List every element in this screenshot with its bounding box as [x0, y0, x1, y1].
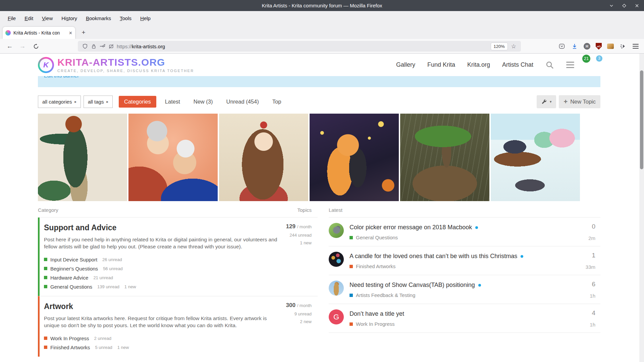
zoom-level-button[interactable]: 120% [491, 43, 508, 50]
notification-badge-green[interactable]: 21 [582, 55, 590, 63]
category-filter-dropdown[interactable]: all categories ▸ [38, 96, 81, 108]
bookmark-star-icon[interactable]: ☆ [511, 43, 516, 50]
ublock-origin-icon[interactable]: uO [596, 43, 602, 50]
topic-title[interactable]: Don’t have a title yet [350, 309, 524, 318]
category-title[interactable]: Support and Advice [44, 223, 318, 232]
nav-gallery[interactable]: Gallery [396, 61, 415, 68]
topic-avatar[interactable] [329, 252, 344, 267]
admin-wrench-button[interactable]: ▾ [537, 95, 556, 108]
reload-icon[interactable] [31, 41, 41, 51]
banner-artwork-2[interactable] [128, 114, 218, 201]
reply-count[interactable]: 6 [577, 281, 595, 288]
lock-icon[interactable] [89, 42, 98, 51]
topic-row[interactable]: Color picker error message on 2018 Macbo… [329, 218, 600, 246]
topic-avatar[interactable] [329, 223, 344, 238]
topic-activity-time[interactable]: 1h [577, 322, 595, 327]
topic-activity-time[interactable]: 33m [577, 264, 595, 270]
unread-dot-icon [478, 284, 481, 287]
back-icon[interactable]: ← [5, 41, 15, 51]
unread-count[interactable]: 244 unread [286, 233, 312, 238]
tracking-shield-icon[interactable] [80, 42, 89, 51]
new-topic-button[interactable]: + New Topic [559, 95, 600, 108]
scrollbar-thumb[interactable] [640, 70, 643, 169]
banner-artwork-6[interactable] [491, 114, 580, 201]
topic-row[interactable]: G Don’t have a title yet Work In Progres… [329, 304, 600, 333]
tab-close-icon[interactable]: ✕ [69, 31, 72, 36]
category-color-square [44, 337, 47, 340]
topic-activity-time[interactable]: 1h [577, 293, 595, 299]
subcategory-general-questions[interactable]: General Questions 139 unread 1 new [44, 282, 318, 291]
minimize-icon[interactable] [608, 3, 614, 9]
reply-count[interactable]: 4 [577, 309, 595, 317]
tab-unread[interactable]: Unread (454) [222, 96, 264, 108]
banner-artwork-4[interactable] [310, 114, 399, 201]
topic-row[interactable]: A candle for the loved ones that can’t b… [329, 246, 600, 275]
extension-dots-arrow-icon[interactable] [619, 43, 627, 50]
new-count[interactable]: 2 new [286, 319, 312, 324]
user-avatar[interactable]: 21 3 [586, 58, 600, 72]
nav-fund-krita[interactable]: Fund Krita [427, 61, 455, 68]
category-row-support-and-advice[interactable]: Support and Advice 129 / month 244 unrea… [38, 218, 318, 296]
tab-categories[interactable]: Categories [119, 96, 156, 108]
permissions-icon[interactable] [98, 42, 107, 51]
topic-category[interactable]: Artists Feedback & Testing [350, 292, 577, 298]
blocked-content-icon[interactable] [107, 42, 115, 51]
profile-h-icon[interactable]: H [584, 43, 590, 50]
banner-artwork-5[interactable] [400, 114, 489, 201]
site-logo-icon[interactable]: K [38, 57, 54, 73]
unread-count[interactable]: 9 unread [286, 311, 312, 316]
subcategory-hardware-advice[interactable]: Hardware Advice 21 unread [44, 273, 318, 282]
site-logo-text[interactable]: KRITA-ARTISTS.ORG CREATE, DEVELOP, SHARE… [57, 57, 194, 73]
scrollbar-track[interactable] [639, 54, 644, 362]
menu-bookmarks[interactable]: Bookmarks [82, 14, 115, 23]
tag-filter-dropdown[interactable]: all tags ▸ [84, 96, 113, 108]
edit-banner-link[interactable]: Edit this banner [44, 76, 79, 78]
pocket-icon[interactable] [558, 43, 566, 50]
category-description: Post your latest Krita artworks here. Re… [44, 315, 279, 329]
topic-category[interactable]: General Questions [350, 235, 577, 240]
url-bar[interactable]: https://krita-artists.org 120% ☆ [78, 41, 521, 52]
tab-new[interactable]: New (3) [189, 96, 218, 108]
menu-view[interactable]: View [38, 14, 57, 23]
topic-row[interactable]: Need testing of Show Canvas(TAB) positio… [329, 275, 600, 304]
menu-hamburger-icon[interactable] [632, 43, 639, 50]
site-hamburger-icon[interactable] [566, 64, 574, 65]
reply-count[interactable]: 1 [577, 252, 595, 259]
reply-count[interactable]: 0 [577, 223, 595, 230]
category-row-artwork[interactable]: Artwork 300 / month 9 unread 2 new Post … [38, 296, 318, 357]
subcategory-input-device-support[interactable]: Input Device Support 26 unread [44, 255, 318, 264]
topic-title[interactable]: Need testing of Show Canvas(TAB) positio… [350, 281, 524, 290]
category-title[interactable]: Artwork [44, 302, 318, 311]
topic-title[interactable]: A candle for the loved ones that can’t b… [350, 252, 524, 261]
download-icon[interactable] [571, 43, 578, 50]
topic-title[interactable]: Color picker error message on 2018 Macbo… [350, 223, 524, 232]
topic-avatar[interactable] [329, 281, 344, 296]
topic-avatar[interactable]: G [329, 309, 344, 324]
topic-category[interactable]: Finished Artworks [350, 263, 577, 269]
banner-artwork-1[interactable] [38, 114, 127, 201]
forward-icon[interactable]: → [17, 41, 28, 51]
close-icon[interactable] [634, 3, 640, 9]
extension-icon[interactable] [607, 44, 614, 49]
subcategory-work-in-progress[interactable]: Work In Progress 2 unread [44, 334, 318, 343]
notification-badge-blue[interactable]: 3 [596, 55, 602, 62]
menu-edit[interactable]: Edit [20, 14, 38, 23]
menu-help[interactable]: Help [136, 14, 155, 23]
new-count[interactable]: 1 new [286, 240, 312, 245]
topic-category[interactable]: Work In Progress [350, 321, 577, 327]
tab-latest[interactable]: Latest [160, 96, 185, 108]
menu-tools[interactable]: Tools [115, 14, 136, 23]
subcategory-finished-artworks[interactable]: Finished Artworks 5 unread 1 new [44, 343, 318, 352]
search-icon[interactable] [545, 61, 554, 69]
menu-history[interactable]: History [57, 14, 82, 23]
nav-artists-chat[interactable]: Artists Chat [502, 61, 533, 68]
maximize-icon[interactable] [621, 3, 627, 9]
nav-krita-org[interactable]: Krita.org [467, 61, 490, 68]
browser-tab[interactable]: Krita Artists - Krita con ✕ [3, 27, 75, 39]
menu-file[interactable]: File [3, 14, 20, 23]
topic-activity-time[interactable]: 2m [577, 235, 595, 241]
new-tab-button[interactable]: + [79, 28, 88, 37]
tab-top[interactable]: Top [268, 96, 286, 108]
subcategory-beginners-questions[interactable]: Beginner's Questions 56 unread [44, 264, 318, 273]
banner-artwork-3[interactable] [219, 114, 308, 201]
